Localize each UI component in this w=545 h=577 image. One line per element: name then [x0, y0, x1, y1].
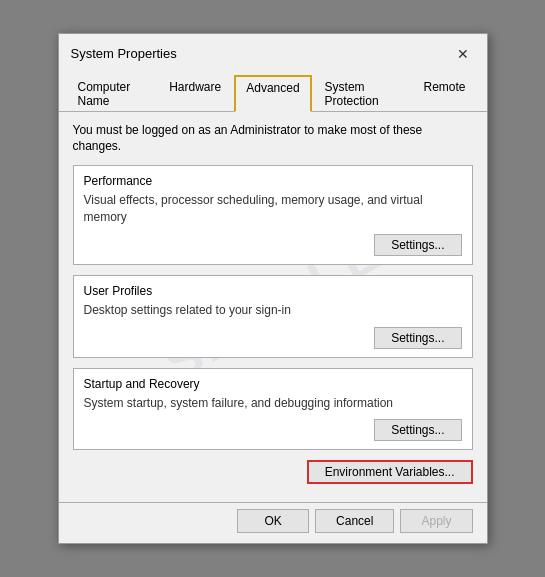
env-variables-row: Environment Variables... [73, 460, 473, 484]
system-properties-dialog: System Properties ✕ Computer Name Hardwa… [58, 33, 488, 545]
user-profiles-btn-row: Settings... [84, 327, 462, 349]
performance-section: Performance Visual effects, processor sc… [73, 165, 473, 265]
title-bar: System Properties ✕ [59, 34, 487, 66]
startup-recovery-title: Startup and Recovery [84, 377, 462, 391]
startup-recovery-desc: System startup, system failure, and debu… [84, 395, 462, 412]
tab-remote[interactable]: Remote [412, 75, 476, 112]
tab-system-protection[interactable]: System Protection [314, 75, 411, 112]
performance-btn-row: Settings... [84, 234, 462, 256]
ok-button[interactable]: OK [237, 509, 309, 533]
admin-notice: You must be logged on as an Administrato… [73, 122, 473, 156]
close-button[interactable]: ✕ [451, 42, 475, 66]
tab-content: SAMPLE You must be logged on as an Admin… [59, 112, 487, 503]
performance-title: Performance [84, 174, 462, 188]
dialog-title: System Properties [71, 46, 177, 61]
dialog-footer: OK Cancel Apply [59, 502, 487, 543]
performance-desc: Visual effects, processor scheduling, me… [84, 192, 462, 226]
cancel-button[interactable]: Cancel [315, 509, 394, 533]
environment-variables-button[interactable]: Environment Variables... [307, 460, 473, 484]
user-profiles-settings-button[interactable]: Settings... [374, 327, 461, 349]
startup-recovery-section: Startup and Recovery System startup, sys… [73, 368, 473, 451]
user-profiles-title: User Profiles [84, 284, 462, 298]
tab-hardware[interactable]: Hardware [158, 75, 232, 112]
performance-settings-button[interactable]: Settings... [374, 234, 461, 256]
tab-advanced[interactable]: Advanced [234, 75, 311, 112]
user-profiles-section: User Profiles Desktop settings related t… [73, 275, 473, 358]
tab-computer-name[interactable]: Computer Name [67, 75, 157, 112]
startup-recovery-settings-button[interactable]: Settings... [374, 419, 461, 441]
apply-button[interactable]: Apply [400, 509, 472, 533]
user-profiles-desc: Desktop settings related to your sign-in [84, 302, 462, 319]
startup-recovery-btn-row: Settings... [84, 419, 462, 441]
tab-bar: Computer Name Hardware Advanced System P… [59, 68, 487, 112]
